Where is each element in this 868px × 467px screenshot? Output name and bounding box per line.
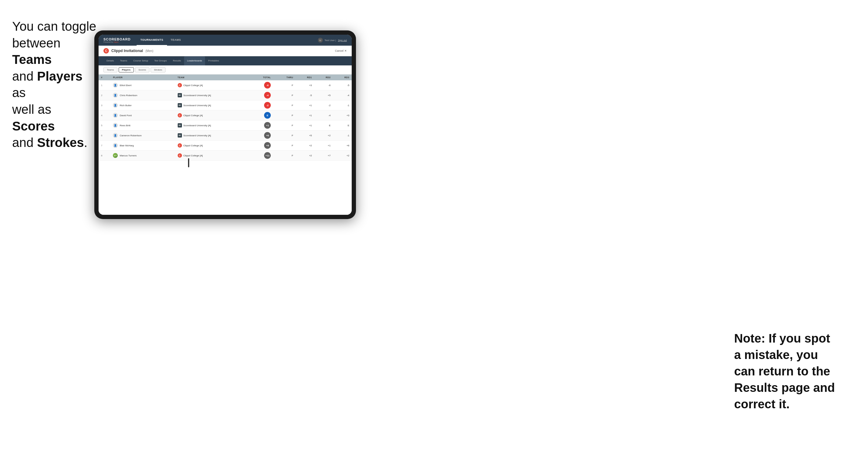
toggle-bar: Teams Players Scores Strokes	[99, 65, 352, 74]
rd3-cell: -1	[333, 130, 352, 141]
tablet-frame: SCOREBOARD Powered by clippd TOURNAMENTS…	[94, 30, 356, 219]
rd1-cell: +1	[296, 100, 314, 111]
col-team: TEAM	[175, 74, 249, 80]
toggle-players[interactable]: Players	[119, 67, 134, 72]
team-cell: SB Scoreboard University [A]	[175, 100, 249, 111]
tab-tee-groups[interactable]: Tee Groups	[151, 56, 170, 65]
table-row: 2 👤 Chris Robertson SB Scoreboard Univer…	[99, 90, 352, 100]
team-logo: SB	[178, 93, 182, 97]
sub-nav: Details Teams Course Setup Tee Groups Re…	[99, 56, 352, 65]
rd1-cell: +1	[296, 121, 314, 130]
tournament-gender: (Men)	[146, 49, 153, 53]
right-annotation: Note: If you spot a mistake, you can ret…	[734, 330, 850, 412]
score-badge: +1	[264, 122, 271, 129]
total-cell: +1	[249, 121, 274, 130]
rd2-cell: +7	[314, 151, 333, 161]
player-cell: 👤 Cameron Robertson	[111, 130, 175, 141]
tab-course-setup[interactable]: Course Setup	[130, 56, 151, 65]
tab-printables[interactable]: Printables	[205, 56, 222, 65]
team-cell: C Clippd College [A]	[175, 151, 249, 161]
sign-out-link[interactable]: Sign out	[338, 39, 347, 42]
rank-cell: 4	[99, 111, 111, 121]
team-logo: SB	[178, 123, 182, 127]
col-rd3: RD3	[333, 74, 352, 80]
team-cell: SB Scoreboard University [A]	[175, 121, 249, 130]
players-table: # PLAYER TEAM TOTAL THRU RD1 RD2 RD3 1	[99, 74, 352, 161]
col-total: TOTAL	[249, 74, 274, 80]
total-cell: E	[249, 111, 274, 121]
team-logo: C	[178, 153, 182, 158]
rd3-cell: +6	[333, 141, 352, 151]
tab-results[interactable]: Results	[170, 56, 184, 65]
thru-cell: F	[273, 100, 296, 111]
tournament-name: Clippd Invitational	[111, 49, 143, 53]
avatar: MT	[113, 153, 118, 158]
table-row: 6 👤 Cameron Robertson SB Scoreboard Univ…	[99, 130, 352, 141]
rd3-cell: -4	[333, 90, 352, 100]
rd1-cell: +2	[296, 151, 314, 161]
rank-cell: 2	[99, 90, 111, 100]
thru-cell: F	[273, 80, 296, 90]
rd2-cell: E	[314, 121, 333, 130]
player-cell: 👤 Rich Butler	[111, 100, 175, 111]
rd2-cell: +1	[314, 141, 333, 151]
score-badge: -8	[264, 82, 271, 89]
player-cell: 👤 Chris Robertson	[111, 90, 175, 100]
rd1-cell: -5	[296, 90, 314, 100]
player-cell: 👤 David Ford	[111, 111, 175, 121]
user-icon: U	[318, 38, 323, 42]
rd3-cell: +2	[333, 151, 352, 161]
score-badge: +6	[264, 132, 271, 139]
table-header: # PLAYER TEAM TOTAL THRU RD1 RD2 RD3	[99, 74, 352, 80]
table-row: 4 👤 David Ford C Clippd College [A]	[99, 111, 352, 121]
rank-cell: 6	[99, 130, 111, 141]
nav-teams[interactable]: TEAMS	[167, 35, 185, 45]
tab-teams[interactable]: Teams	[117, 56, 130, 65]
rd3-cell: E	[333, 121, 352, 130]
toggle-teams[interactable]: Teams	[103, 67, 118, 72]
team-logo: SB	[178, 133, 182, 137]
thru-cell: F	[273, 130, 296, 141]
avatar: 👤	[113, 93, 118, 98]
rank-cell: 5	[99, 121, 111, 130]
player-cell: 👤 Blair McHarg	[111, 141, 175, 151]
score-badge: -2	[264, 102, 271, 108]
thru-cell: F	[273, 111, 296, 121]
total-cell: -4	[249, 90, 274, 100]
tab-details[interactable]: Details	[103, 56, 117, 65]
tab-leaderboards[interactable]: Leaderboards	[184, 56, 205, 65]
avatar: 👤	[113, 123, 118, 128]
rd3-cell: -1	[333, 100, 352, 111]
player-cell: 👤 Rees Britt	[111, 121, 175, 130]
table-row: 1 👤 Elliot Ebert C Clippd College [A]	[99, 80, 352, 90]
col-player: PLAYER	[111, 74, 175, 80]
team-cell: C Clippd College [A]	[175, 111, 249, 121]
toggle-scores[interactable]: Scores	[135, 67, 149, 72]
score-badge: +8	[264, 142, 271, 149]
avatar: 👤	[113, 83, 118, 88]
thru-cell: F	[273, 90, 296, 100]
rank-cell: 8	[99, 151, 111, 161]
cancel-button[interactable]: Cancel ✕	[335, 49, 347, 52]
toggle-strokes[interactable]: Strokes	[151, 67, 165, 72]
rd3-cell: +3	[333, 111, 352, 121]
rd2-cell: +2	[314, 130, 333, 141]
nav-right: U Test User | Sign out	[318, 38, 347, 42]
avatar: 👤	[113, 113, 118, 118]
team-logo: C	[178, 83, 182, 87]
rank-cell: 3	[99, 100, 111, 111]
tournament-title-area: C Clippd Invitational (Men)	[103, 48, 153, 54]
rank-cell: 1	[99, 80, 111, 90]
logo-sub: Powered by clippd	[103, 41, 130, 43]
thru-cell: F	[273, 121, 296, 130]
avatar: 👤	[113, 133, 118, 138]
rd1-cell: +2	[296, 141, 314, 151]
table-row: 3 👤 Rich Butler SB Scoreboard University…	[99, 100, 352, 111]
nav-tournaments[interactable]: TOURNAMENTS	[136, 35, 167, 45]
rd2-cell: +5	[314, 90, 333, 100]
leaderboard-table: # PLAYER TEAM TOTAL THRU RD1 RD2 RD3 1	[99, 74, 352, 215]
team-cell: SB Scoreboard University [A]	[175, 90, 249, 100]
total-cell: -8	[249, 80, 274, 90]
avatar: 👤	[113, 143, 118, 148]
rank-cell: 7	[99, 141, 111, 151]
